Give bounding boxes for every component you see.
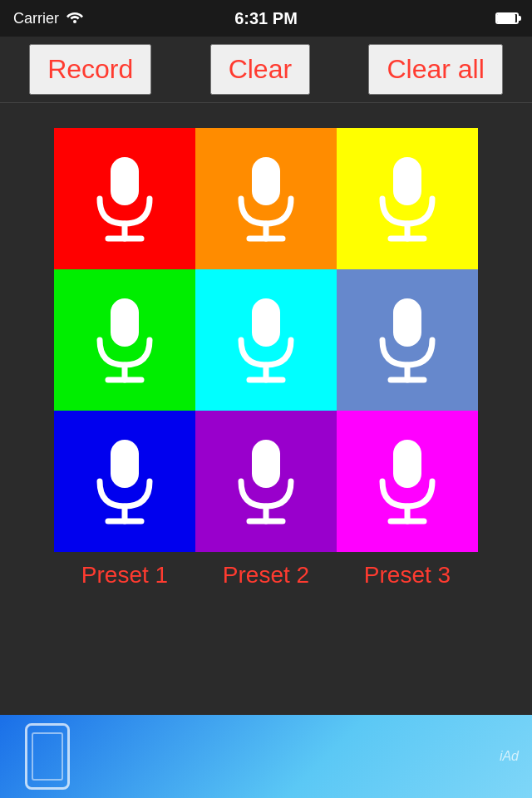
svg-rect-7 — [393, 157, 421, 205]
svg-rect-22 — [252, 440, 280, 488]
carrier-label: Carrier — [13, 10, 59, 27]
svg-rect-25 — [393, 440, 421, 488]
grid-cell-6[interactable] — [54, 411, 195, 552]
record-button[interactable]: Record — [29, 44, 151, 95]
svg-rect-1 — [111, 157, 139, 205]
preset-label-1: Preset 1 — [54, 562, 195, 589]
grid-cell-5[interactable] — [337, 269, 478, 411]
status-bar: Carrier 6:31 PM — [0, 0, 532, 37]
grid-cell-3[interactable] — [54, 269, 195, 411]
sound-grid — [54, 128, 478, 552]
grid-cell-1[interactable] — [195, 128, 337, 269]
svg-rect-16 — [393, 298, 421, 347]
preset-label-3: Preset 3 — [337, 562, 478, 589]
grid-cell-4[interactable] — [195, 269, 337, 411]
svg-rect-19 — [111, 440, 139, 488]
svg-rect-4 — [252, 157, 280, 205]
status-time: 6:31 PM — [234, 9, 298, 28]
spacer — [0, 103, 532, 128]
preset-labels: Preset 1Preset 2Preset 3 — [54, 562, 478, 589]
battery-icon — [495, 12, 519, 24]
phone-screen — [32, 732, 63, 781]
grid-cell-7[interactable] — [195, 411, 337, 552]
preset-label-2: Preset 2 — [195, 562, 337, 589]
ad-banner: iAd — [0, 715, 532, 798]
grid-container: Preset 1Preset 2Preset 3 — [54, 128, 478, 589]
svg-rect-13 — [252, 298, 280, 347]
phone-icon — [25, 723, 70, 790]
svg-rect-10 — [111, 298, 139, 347]
toolbar: Record Clear Clear all — [0, 37, 532, 103]
ad-label: iAd — [500, 749, 519, 764]
status-left: Carrier — [13, 10, 84, 27]
wifi-icon — [66, 10, 84, 27]
grid-cell-0[interactable] — [54, 128, 195, 269]
clear-button[interactable]: Clear — [210, 44, 310, 95]
status-right — [495, 12, 519, 24]
grid-cell-2[interactable] — [337, 128, 478, 269]
grid-cell-8[interactable] — [337, 411, 478, 552]
svg-point-0 — [73, 20, 76, 23]
clear-all-button[interactable]: Clear all — [368, 44, 502, 95]
